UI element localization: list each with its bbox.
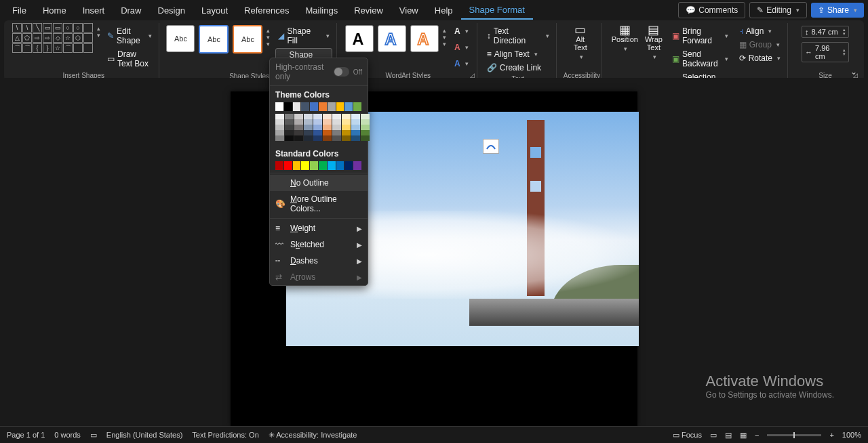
color-swatch[interactable] bbox=[284, 102, 292, 111]
color-swatch[interactable] bbox=[328, 102, 336, 111]
color-swatch[interactable] bbox=[353, 161, 361, 170]
tab-help[interactable]: Help bbox=[427, 2, 461, 19]
color-swatch[interactable] bbox=[342, 125, 351, 130]
color-swatch[interactable] bbox=[304, 125, 313, 130]
tab-design[interactable]: Design bbox=[150, 2, 193, 19]
color-swatch[interactable] bbox=[275, 135, 284, 141]
color-swatch[interactable] bbox=[332, 135, 341, 141]
high-contrast-toggle[interactable] bbox=[334, 67, 349, 77]
wordart-style-2[interactable]: A bbox=[378, 25, 406, 52]
focus-mode-button[interactable]: ▭ Focus bbox=[673, 431, 702, 440]
color-swatch[interactable] bbox=[310, 102, 318, 111]
editing-mode-button[interactable]: ✎Editing bbox=[749, 2, 807, 18]
tab-references[interactable]: References bbox=[236, 2, 297, 19]
color-swatch[interactable] bbox=[313, 114, 322, 119]
color-swatch[interactable] bbox=[275, 125, 284, 130]
color-swatch[interactable] bbox=[361, 130, 370, 135]
color-swatch[interactable] bbox=[336, 102, 344, 111]
color-swatch[interactable] bbox=[294, 135, 303, 141]
color-swatch[interactable] bbox=[332, 114, 341, 119]
color-swatch[interactable] bbox=[319, 161, 327, 170]
text-predictions-status[interactable]: Text Predictions: On bbox=[192, 431, 258, 439]
color-swatch[interactable] bbox=[293, 161, 301, 170]
color-swatch[interactable] bbox=[275, 130, 284, 135]
align-text-button[interactable]: ≡Align Text bbox=[484, 48, 552, 60]
alt-text-button[interactable]: ▭Alt Text bbox=[571, 23, 590, 64]
no-outline-item[interactable]: No Outline bbox=[270, 175, 368, 191]
shape-style-3[interactable]: Abc bbox=[233, 25, 262, 54]
shape-style-2[interactable]: Abc bbox=[199, 25, 229, 54]
accessibility-status[interactable]: ✳ Accessibility: Investigate bbox=[269, 431, 357, 440]
print-layout-icon[interactable]: ▤ bbox=[725, 431, 732, 440]
tab-shape-format[interactable]: Shape Format bbox=[461, 1, 533, 20]
color-swatch[interactable] bbox=[319, 102, 327, 111]
weight-item[interactable]: ≡Weight▶ bbox=[270, 220, 368, 236]
zoom-slider[interactable] bbox=[767, 434, 821, 436]
wrap-text-button[interactable]: ▤Wrap Text bbox=[642, 23, 665, 64]
web-layout-icon[interactable]: ▦ bbox=[740, 431, 747, 440]
shape-style-1[interactable]: Abc bbox=[166, 25, 195, 52]
selected-shape[interactable] bbox=[483, 139, 499, 154]
color-swatch[interactable] bbox=[313, 135, 322, 141]
color-swatch[interactable] bbox=[351, 130, 360, 135]
color-swatch[interactable] bbox=[323, 114, 332, 119]
color-swatch[interactable] bbox=[361, 135, 370, 141]
color-swatch[interactable] bbox=[342, 114, 351, 119]
edit-shape-button[interactable]: ✎Edit Shape bbox=[104, 25, 155, 47]
color-swatch[interactable] bbox=[336, 161, 344, 170]
color-swatch[interactable] bbox=[351, 119, 360, 125]
color-swatch[interactable] bbox=[351, 135, 360, 141]
language-status[interactable]: English (United States) bbox=[106, 431, 183, 439]
tab-file[interactable]: File bbox=[4, 2, 35, 19]
zoom-out-button[interactable]: − bbox=[755, 431, 759, 439]
color-swatch[interactable] bbox=[323, 135, 332, 141]
color-swatch[interactable] bbox=[275, 114, 284, 119]
more-outline-colors-item[interactable]: 🎨More Outline Colors... bbox=[270, 191, 368, 217]
collapse-ribbon-icon[interactable]: ⌄ bbox=[850, 67, 857, 77]
send-backward-button[interactable]: ▣Send Backward▾ bbox=[669, 48, 731, 70]
color-swatch[interactable] bbox=[342, 130, 351, 135]
spellcheck-icon[interactable]: ▭ bbox=[90, 431, 97, 440]
color-swatch[interactable] bbox=[361, 119, 370, 125]
wordart-style-3[interactable]: A bbox=[410, 25, 439, 52]
color-swatch[interactable] bbox=[285, 130, 294, 135]
rotate-button[interactable]: ⟳Rotate bbox=[736, 52, 783, 64]
read-mode-icon[interactable]: ▭ bbox=[710, 431, 717, 440]
draw-text-box-button[interactable]: ▭Draw Text Box bbox=[104, 48, 155, 70]
group-button[interactable]: ▦Group bbox=[736, 39, 783, 51]
bring-forward-button[interactable]: ▣Bring Forward▾ bbox=[669, 25, 731, 47]
color-swatch[interactable] bbox=[304, 119, 313, 125]
color-swatch[interactable] bbox=[342, 119, 351, 125]
color-swatch[interactable] bbox=[361, 125, 370, 130]
color-swatch[interactable] bbox=[285, 125, 294, 130]
sketched-item[interactable]: 〰Sketched▶ bbox=[270, 236, 368, 253]
position-button[interactable]: ▦Position bbox=[609, 23, 641, 56]
color-swatch[interactable] bbox=[344, 161, 353, 170]
color-swatch[interactable] bbox=[285, 114, 294, 119]
color-swatch[interactable] bbox=[285, 135, 294, 141]
color-swatch[interactable] bbox=[275, 102, 283, 111]
color-swatch[interactable] bbox=[294, 119, 303, 125]
shape-fill-button[interactable]: ◢Shape Fill bbox=[275, 25, 332, 47]
shape-height-input[interactable]: ↕8.47 cm▴▾ bbox=[802, 26, 849, 38]
color-swatch[interactable] bbox=[285, 119, 294, 125]
color-swatch[interactable] bbox=[313, 119, 322, 125]
shape-width-input[interactable]: ↔7.96 cm▴▾ bbox=[802, 42, 849, 62]
color-swatch[interactable] bbox=[304, 130, 313, 135]
wordart-style-1[interactable]: A bbox=[345, 25, 374, 52]
color-swatch[interactable] bbox=[342, 135, 351, 141]
text-direction-button[interactable]: ↕Text Direction bbox=[484, 25, 552, 47]
tab-mailings[interactable]: Mailings bbox=[298, 2, 347, 19]
text-fill-button[interactable]: A bbox=[452, 25, 471, 37]
text-outline-button[interactable]: A bbox=[452, 41, 471, 54]
color-swatch[interactable] bbox=[361, 114, 370, 119]
zoom-in-button[interactable]: + bbox=[829, 431, 833, 439]
color-swatch[interactable] bbox=[313, 125, 322, 130]
tab-home[interactable]: Home bbox=[35, 2, 75, 19]
color-swatch[interactable] bbox=[275, 119, 284, 125]
shape-gallery[interactable]: \\╲▭▭○○ △⬠⇨⇨◇☆⬡ ⌒⌒{}☆⌒ bbox=[12, 23, 93, 53]
color-swatch[interactable] bbox=[351, 125, 360, 130]
share-button[interactable]: ⇪Share bbox=[811, 3, 864, 18]
color-swatch[interactable] bbox=[275, 161, 283, 170]
dashes-item[interactable]: ╌Dashes▶ bbox=[270, 253, 368, 269]
